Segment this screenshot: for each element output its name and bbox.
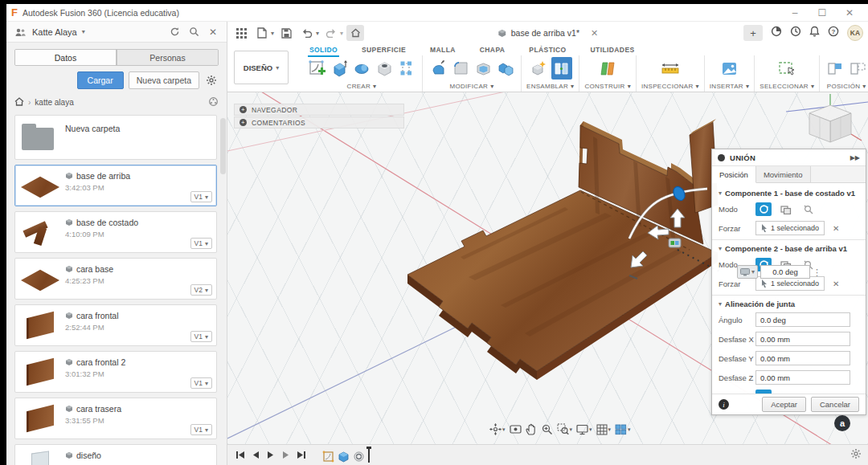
expand-icon[interactable]: + [240, 119, 247, 126]
combine-tool[interactable] [495, 57, 516, 80]
close-tab-icon[interactable]: ✕ [591, 28, 598, 39]
group-label-ensamblar[interactable]: ENSAMBLAR▾ [526, 83, 574, 90]
press-pull-tool[interactable] [428, 57, 448, 80]
group-label-inspeccionar[interactable]: INSPECCIONAR▾ [641, 83, 699, 90]
component2-section-header[interactable]: ▾Componente 2 - base de arriba v1 [719, 244, 859, 253]
mode-between-faces-icon[interactable] [778, 202, 794, 216]
timeline-extrude-feature[interactable] [337, 450, 350, 463]
component1-section-header[interactable]: ▾Componente 1 - base de costado v1 [719, 189, 859, 198]
folder-card[interactable]: Nueva carpeta [14, 115, 217, 160]
joint-snap-chip[interactable] [669, 239, 681, 247]
orbit-tool[interactable]: ▾ [489, 422, 506, 436]
accept-button[interactable]: Aceptar [762, 397, 806, 412]
insert-canvas-tool[interactable] [719, 57, 740, 80]
new-component-tool[interactable] [529, 57, 550, 80]
version-chip[interactable]: V1▾ [190, 331, 212, 342]
timeline-step-forward-button[interactable] [280, 449, 292, 461]
viewports-tool[interactable]: ▾ [614, 423, 632, 436]
group-label-seleccionar[interactable]: SELECCIONAR▾ [760, 83, 814, 90]
create-sketch-tool[interactable] [306, 57, 327, 80]
look-at-tool[interactable] [509, 423, 522, 435]
timeline-sketch-feature[interactable] [321, 450, 334, 463]
comentarios-panel[interactable]: + COMENTARIOS [234, 116, 404, 128]
create-form-tool[interactable] [396, 57, 417, 80]
panel-settings-gear-icon[interactable] [204, 73, 219, 88]
shared-folder-icon[interactable] [208, 96, 219, 108]
file-item-cara-base[interactable]: cara base4:25:23 PM V2▾ [14, 258, 217, 300]
group-label-insertar[interactable]: INSERTAR▾ [710, 83, 749, 90]
clear-selection-icon[interactable]: ✕ [833, 279, 839, 288]
version-chip[interactable]: V1▾ [190, 424, 212, 435]
account-caret-icon[interactable]: ▾ [82, 28, 85, 35]
group-label-construir[interactable]: CONSTRUIR▾ [584, 83, 631, 90]
timeline-skip-start-button[interactable] [234, 449, 246, 461]
grid-settings-tool[interactable]: ▾ [596, 423, 612, 436]
undo-icon[interactable] [298, 25, 316, 41]
tab-movimiento[interactable]: Movimiento [756, 166, 811, 182]
account-name[interactable]: Katte Alaya [32, 27, 77, 37]
panel-scrollbar[interactable] [220, 118, 226, 174]
user-avatar[interactable]: KA [847, 25, 863, 41]
measure-tool[interactable] [660, 57, 681, 80]
navegador-panel[interactable]: + NAVEGADOR [234, 104, 404, 116]
group-label-modificar[interactable]: MODIFICAR▾ [450, 83, 494, 90]
version-chip[interactable]: V1▾ [190, 238, 212, 249]
overlay-more-options-icon[interactable]: ⋮ [813, 270, 819, 275]
minimize-button[interactable]: – [781, 7, 809, 18]
mode-snap-icon[interactable] [800, 202, 817, 216]
tab-personas[interactable]: Personas [117, 50, 218, 65]
zoom-window-tool[interactable]: ▾ [556, 422, 574, 436]
extrude-tool[interactable] [329, 57, 350, 80]
expand-icon[interactable]: + [240, 106, 247, 113]
fillet-tool[interactable] [450, 57, 471, 80]
timeline-step-back-button[interactable] [249, 449, 261, 461]
version-chip[interactable]: V1▾ [190, 191, 212, 202]
capture-position-tool[interactable] [825, 57, 845, 80]
joint-dialog-header[interactable]: UNIÓN ▶▶ [712, 149, 866, 166]
maximize-button[interactable]: ☐ [809, 7, 836, 18]
revolve-tool[interactable] [351, 57, 372, 80]
file-item-cara-frontal-2[interactable]: cara frontal 23:01:32 PM V1▾ [14, 351, 217, 393]
new-folder-button[interactable]: Nueva carpeta [129, 71, 199, 89]
file-item-base-de-costado[interactable]: base de costado4:10:09 PM V1▾ [14, 211, 217, 253]
file-menu-icon[interactable] [253, 25, 271, 41]
assistant-button[interactable]: a [834, 415, 850, 431]
close-panel-icon[interactable]: ✕ [206, 25, 220, 39]
joint-angle-input[interactable] [760, 265, 810, 279]
close-button[interactable]: ✕ [836, 7, 863, 18]
file-item-cara-trasera[interactable]: cara trasera3:31:55 PM V1▾ [14, 398, 217, 439]
tab-posicion[interactable]: Posición [712, 166, 756, 183]
redo-icon[interactable] [322, 25, 340, 41]
refresh-icon[interactable] [167, 25, 182, 39]
offset-z-input[interactable] [755, 370, 850, 385]
document-tab[interactable]: base de arriba v1* ✕ [497, 28, 598, 39]
new-document-tab-button[interactable]: + [743, 25, 763, 41]
joint-motion-type-dropdown[interactable]: ▾ [737, 265, 758, 279]
version-chip[interactable]: V2▾ [190, 284, 212, 296]
timeline-play-button[interactable] [264, 449, 276, 461]
timeline-joint-feature[interactable] [352, 450, 365, 463]
offset-x-input[interactable] [755, 332, 850, 346]
home-icon[interactable] [14, 97, 24, 108]
group-label-crear[interactable]: CREAR▾ [347, 83, 377, 90]
hole-tool[interactable] [374, 57, 395, 80]
timeline-position-marker[interactable] [368, 447, 370, 463]
breadcrumb-root[interactable]: katte alaya [35, 98, 73, 107]
file-item-cara-frontal[interactable]: cara frontal2:52:44 PM V1▾ [14, 304, 217, 346]
group-label-posicion[interactable]: POSICIÓN▾ [827, 83, 866, 90]
app-grid-icon[interactable] [232, 25, 250, 41]
cancel-button[interactable]: Cancelar [811, 397, 859, 412]
job-status-icon[interactable] [771, 26, 782, 40]
home-view-icon[interactable] [346, 25, 364, 41]
mode-simple-icon[interactable] [755, 202, 772, 216]
display-settings-tool[interactable]: ▾ [575, 423, 593, 436]
save-icon[interactable] [277, 25, 295, 41]
select-tool[interactable] [776, 57, 797, 80]
notifications-bell-icon[interactable] [809, 26, 820, 40]
tab-datos[interactable]: Datos [15, 50, 117, 65]
view-cube[interactable] [786, 94, 868, 142]
file-item-base-de-arriba[interactable]: base de arriba3:42:03 PM V1▾ [14, 165, 217, 206]
history-clock-icon[interactable] [790, 26, 801, 40]
dialog-dock-icon[interactable]: ▶▶ [850, 154, 860, 161]
revert-position-tool[interactable] [847, 57, 868, 80]
